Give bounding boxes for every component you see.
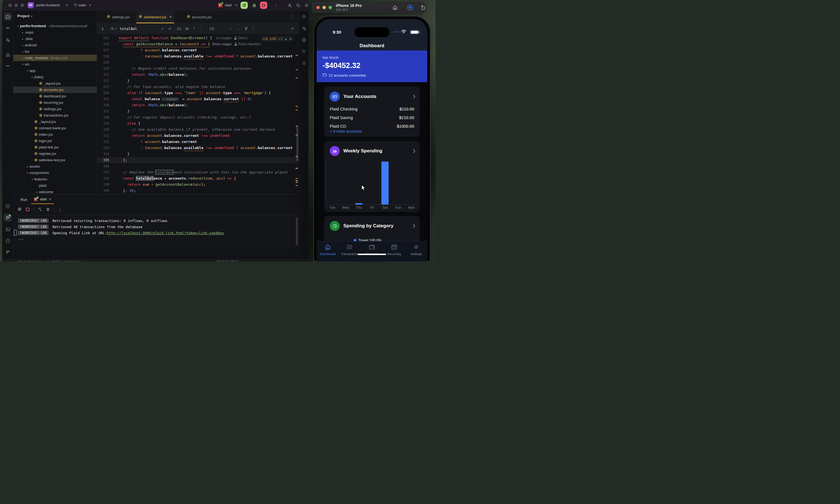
home-indicator[interactable] <box>358 254 386 255</box>
weekly-spending-card[interactable]: Weekly Spending TueWedThuFriSatSunMon <box>324 141 420 212</box>
code-line-323[interactable]: 323 // For loan accounts, also negate th… <box>97 84 298 90</box>
next-match-icon[interactable]: ↓ <box>237 23 239 34</box>
tab-options-icon[interactable]: ⋮ <box>289 14 294 19</box>
code-line-333[interactable]: 333 : (account.balances.available !== un… <box>97 145 298 151</box>
tree-item--layout-jsx[interactable]: _layout.jsx <box>13 80 97 87</box>
warning-stripe-mark[interactable] <box>295 55 298 56</box>
collapsed-arrow-icon[interactable]: ▸ <box>21 44 25 47</box>
home-icon[interactable] <box>392 4 398 11</box>
more-accounts-link[interactable]: + 9 more accounts <box>330 129 362 133</box>
debug-button[interactable] <box>251 2 257 8</box>
code-line-327[interactable]: 327 } <box>97 108 298 114</box>
collapsed-arrow-icon[interactable]: ▸ <box>21 50 25 53</box>
code-editor[interactable]: 252export default function DashboardScre… <box>97 35 298 204</box>
regex-toggle[interactable]: .* <box>192 23 195 34</box>
code-line-338[interactable]: 338 const totalBalance = accounts.reduce… <box>97 175 298 181</box>
code-line-328[interactable]: 328 // For regular deposit accounts (che… <box>97 114 298 121</box>
window-zoom-button[interactable] <box>20 4 24 7</box>
breadcrumb[interactable]: perfin-frontend › src › app › (tabs) › d… <box>15 260 82 262</box>
phone-tab-accounts[interactable]: Accounts <box>361 241 383 262</box>
terminal-tool-icon[interactable] <box>4 226 12 233</box>
tree-item-connect-bank-jsx[interactable]: connect-bank.jsx <box>13 125 97 131</box>
warning-stripe-mark[interactable] <box>295 69 298 70</box>
caret-position[interactable]: 305:7 LF UTF-8 <box>216 260 238 262</box>
code-line-325[interactable]: 325 const balance: number = account.bala… <box>97 96 298 102</box>
search-everywhere-icon[interactable] <box>295 2 302 8</box>
expanded-arrow-icon[interactable]: ▾ <box>21 63 25 66</box>
collapsed-arrow-icon[interactable]: ▸ <box>25 165 30 168</box>
code-line-326[interactable]: 326 return -Math.abs(balance); <box>97 102 298 108</box>
code-line-331[interactable]: 331 return account.balances.current !== … <box>97 133 298 139</box>
tree-item-register-jsx[interactable]: register.jsx <box>13 150 97 157</box>
code-line-329[interactable]: 329 else { <box>97 121 298 127</box>
expanded-arrow-icon[interactable]: ▾ <box>25 172 30 174</box>
log-link[interactable]: http://localhost:3000/plaid-link.html?to… <box>107 231 224 235</box>
run-tool-icon[interactable] <box>4 214 12 221</box>
tab-dashboard[interactable]: dashboard.jsx ✕ <box>136 11 174 23</box>
code-line-335[interactable]: 335 }; <box>97 157 298 163</box>
code-line-310[interactable]: 310 const getAccountBalance = (account) … <box>97 41 298 47</box>
search-options-icon[interactable]: ⋮ <box>252 23 255 34</box>
inspection-widget[interactable]: ⚠3 ⚠20 ✓1 ▲ ▼ <box>260 36 294 42</box>
sim-close-button[interactable] <box>316 6 320 9</box>
tree-item-webview-test-jsx[interactable]: webview-test.jsx <box>13 157 97 163</box>
code-line-332[interactable]: 332 ? account.balances.current <box>97 139 298 145</box>
warning-stripe-mark[interactable] <box>295 178 298 179</box>
tree-item--idea[interactable]: ▸.idea <box>13 36 97 42</box>
code-with-me-icon[interactable] <box>286 2 293 8</box>
record-icon[interactable] <box>407 4 413 11</box>
expanded-arrow-icon[interactable]: ▾ <box>30 76 34 78</box>
close-find-bar-icon[interactable]: × <box>291 23 294 34</box>
close-run-tab-icon[interactable]: ✕ <box>49 197 51 201</box>
tree-item-ios[interactable]: ▸ios <box>13 48 97 55</box>
project-selector[interactable]: perfin-frontend <box>36 3 60 7</box>
code-line-339[interactable]: 339 return sum + getAccountBalance(acc); <box>97 181 298 187</box>
tree-item-recurring-jsx[interactable]: recurring.jsx <box>13 100 97 106</box>
code-line-330[interactable]: 330 // Use available balance if present,… <box>97 127 298 133</box>
clear-console-icon[interactable] <box>46 207 50 213</box>
code-line-324[interactable]: 324 else if (account.type === 'loan' || … <box>97 90 298 96</box>
tree-item-components[interactable]: ▾components <box>13 169 97 176</box>
search-input[interactable]: totalBal <box>120 23 137 34</box>
tree-item-src[interactable]: ▾src <box>13 61 97 68</box>
window-minimize-button[interactable] <box>14 4 18 7</box>
ai-assistant-icon[interactable] <box>301 25 307 31</box>
previous-match-icon[interactable]: ↑ <box>230 23 232 34</box>
project-tool-icon[interactable] <box>4 13 12 20</box>
collapsed-arrow-icon[interactable]: ▸ <box>21 57 25 59</box>
device-manager-icon[interactable] <box>301 60 307 66</box>
account-row[interactable]: Plaid Checking$110.00 <box>330 107 414 111</box>
problems-tool-icon[interactable] <box>4 237 12 245</box>
structure-tool-icon[interactable] <box>4 51 12 58</box>
phone-tab-dashboard[interactable]: Dashboard <box>317 241 339 262</box>
phone-tab-transactions[interactable]: Transactions <box>339 241 361 262</box>
code-line-320[interactable]: 320 // Negate credit card balances for c… <box>97 66 298 72</box>
expanded-arrow-icon[interactable]: ▾ <box>25 69 30 72</box>
tree-item-login-jsx[interactable]: login.jsx <box>13 138 97 144</box>
tree-item-plaid-link-jsx[interactable]: plaid-link.jsx <box>13 144 97 150</box>
database-icon[interactable] <box>301 37 307 43</box>
collapsed-arrow-icon[interactable]: ▸ <box>21 31 25 34</box>
account-row[interactable]: Plaid Saving$210.00 <box>330 115 414 120</box>
expanded-arrow-icon[interactable]: ▾ <box>16 25 20 28</box>
run-tab-start[interactable]: start ✕ <box>31 194 54 204</box>
tree-item-perfin-frontend[interactable]: ▾perfin-frontend~/development/personal/ <box>13 23 97 29</box>
tree-item-app[interactable]: ▾app <box>13 68 97 74</box>
phone-tab-recurring[interactable]: Recurring <box>383 241 405 262</box>
tab-settings[interactable]: settings.jsx <box>104 11 132 23</box>
warning-stripe-mark[interactable] <box>295 182 298 183</box>
warning-stripe-mark[interactable] <box>295 185 298 186</box>
collapsed-arrow-icon[interactable]: ▸ <box>35 191 39 194</box>
next-problem-icon[interactable]: ▼ <box>289 37 292 40</box>
phone-tab-settings[interactable]: Settings <box>405 241 427 262</box>
newline-icon[interactable]: ↵ <box>169 23 172 34</box>
code-line-340[interactable]: 340 }, 0); <box>97 187 298 194</box>
code-line-336[interactable]: 336 <box>97 163 298 169</box>
tree-item--layout-jsx[interactable]: _layout.jsx <box>13 119 97 125</box>
stop-icon[interactable] <box>25 207 30 213</box>
console-options-icon[interactable]: ⋮ <box>58 207 63 213</box>
tab-accounts[interactable]: accounts.jsx <box>185 11 214 23</box>
tree-item--tabs-[interactable]: ▾(tabs) <box>13 74 97 80</box>
sim-zoom-button[interactable] <box>329 6 332 9</box>
code-line-321[interactable]: 321 return -Math.abs(balance); <box>97 72 298 78</box>
